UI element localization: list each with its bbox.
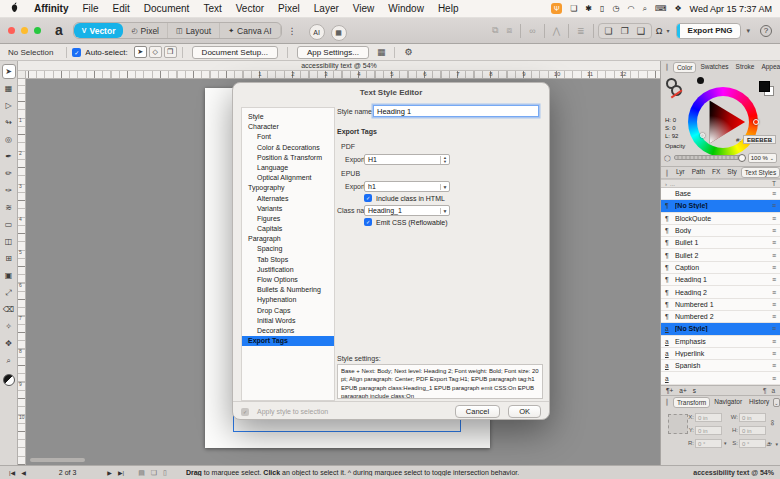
style-menu-icon[interactable]: ≡ bbox=[772, 227, 776, 234]
tab-lyr[interactable]: Lyr bbox=[673, 167, 688, 178]
new-paragraph-style-button[interactable]: ¶+ bbox=[666, 387, 673, 394]
style-menu-icon[interactable]: ≡ bbox=[772, 202, 776, 209]
ai-assistant-button[interactable]: AI bbox=[309, 24, 325, 40]
style-menu-icon[interactable]: ≡ bbox=[772, 239, 776, 246]
panel-grip-icon[interactable]: ❙ bbox=[664, 169, 670, 177]
tab-color[interactable]: Color bbox=[673, 62, 697, 73]
tab-sty[interactable]: Sty bbox=[724, 167, 739, 178]
export-png-button[interactable]: Export PNG bbox=[676, 23, 742, 39]
text-style-row-emphasis[interactable]: aEmphasis≡ bbox=[661, 336, 780, 348]
menu-text[interactable]: Text bbox=[196, 3, 228, 14]
menu-view[interactable]: View bbox=[346, 3, 382, 14]
vector-brush-tool[interactable]: ✑ bbox=[2, 183, 16, 198]
text-style-row-numbered-1[interactable]: ¶Numbered 1≡ bbox=[661, 299, 780, 311]
menu-window[interactable]: Window bbox=[381, 3, 431, 14]
dialog-section-justification[interactable]: Justification bbox=[242, 265, 334, 275]
update-character-style-button[interactable]: a bbox=[771, 387, 775, 394]
dialog-section-language[interactable]: Language bbox=[242, 163, 334, 173]
text-style-row-spanish[interactable]: aSpanish≡ bbox=[661, 360, 780, 372]
style-name-input[interactable]: Heading 1 bbox=[373, 105, 539, 117]
menu-layer[interactable]: Layer bbox=[307, 3, 346, 14]
emit-css-checkbox[interactable]: ✓ bbox=[364, 218, 372, 226]
text-styles-search[interactable]: › ... T bbox=[661, 179, 780, 188]
text-style-row-item[interactable]: a≡ bbox=[661, 372, 780, 384]
shade-handle[interactable] bbox=[700, 133, 705, 138]
text-style-row-no-style[interactable]: a[No Style]≡ bbox=[661, 323, 780, 335]
text-style-row-caption[interactable]: ¶Caption≡ bbox=[661, 262, 780, 274]
style-menu-icon[interactable]: ≡ bbox=[772, 252, 776, 259]
dialog-section-flow-options[interactable]: Flow Options bbox=[242, 275, 334, 285]
wifi-icon[interactable]: ◠ bbox=[627, 4, 634, 13]
chevron-down-icon[interactable]: ▾ bbox=[768, 440, 771, 446]
opacity-value-select[interactable]: 100 %⌄ bbox=[748, 153, 777, 163]
lasso-select-icon[interactable]: ◇ bbox=[149, 46, 162, 58]
dialog-section-drop-caps[interactable]: Drop Caps bbox=[242, 306, 334, 316]
dialog-section-figures[interactable]: Figures bbox=[242, 214, 334, 224]
duplicate-page-icon[interactable]: ❏ bbox=[151, 469, 157, 477]
preferences-gear-icon[interactable]: ⚙ bbox=[404, 47, 412, 57]
panel-menu-icon[interactable]: ⌄ bbox=[773, 398, 779, 407]
shapes-tool[interactable]: ◫ bbox=[2, 234, 16, 249]
chevron-down-icon[interactable]: ▼ bbox=[440, 208, 449, 214]
hue-handle[interactable] bbox=[753, 119, 759, 125]
user-switch-icon[interactable]: ❖ bbox=[674, 4, 681, 13]
place-image-tool[interactable]: ▣ bbox=[2, 268, 16, 283]
app-menu-icon[interactable]: ✱ bbox=[585, 4, 592, 13]
add-page-icon[interactable]: ▤ bbox=[138, 469, 145, 477]
microphone-indicator-icon[interactable]: Ψ bbox=[551, 3, 562, 14]
dialog-section-bullets-numbering[interactable]: Bullets & Numbering bbox=[242, 285, 334, 295]
menu-pixel[interactable]: Pixel bbox=[271, 3, 307, 14]
style-menu-icon[interactable]: ≡ bbox=[772, 313, 776, 320]
text-style-row-numbered-2[interactable]: ¶Numbered 2≡ bbox=[661, 311, 780, 323]
menu-file[interactable]: File bbox=[75, 3, 105, 14]
secondary-color-dot[interactable] bbox=[697, 77, 704, 84]
style-menu-icon[interactable]: ≡ bbox=[772, 362, 776, 369]
persona-canva-ai[interactable]: ✦Canva AI bbox=[220, 23, 280, 38]
vector-crop-tool[interactable]: ⤢ bbox=[2, 285, 16, 300]
document-tab[interactable]: accessibility text @ 54% bbox=[18, 61, 660, 71]
style-menu-icon[interactable]: ≡ bbox=[772, 276, 776, 283]
stepper-icon[interactable]: ▲▼ bbox=[440, 156, 449, 164]
pen-tool[interactable]: ✒ bbox=[2, 149, 16, 164]
color-swatch-pair[interactable] bbox=[759, 81, 774, 96]
menu-document[interactable]: Document bbox=[137, 3, 197, 14]
close-window-button[interactable] bbox=[8, 27, 15, 34]
text-style-row-heading-1[interactable]: ¶Heading 1≡ bbox=[661, 274, 780, 286]
opacity-reset-icon[interactable]: ◯ bbox=[664, 154, 671, 161]
dialog-section-hyphenation[interactable]: Hyphenation bbox=[242, 295, 334, 305]
resource-manager-button[interactable]: ▦ bbox=[331, 25, 347, 41]
pencil-tool[interactable]: ✏ bbox=[2, 166, 16, 181]
chevron-down-icon[interactable]: ▾ bbox=[775, 441, 778, 447]
delete-page-icon[interactable]: ▯ bbox=[163, 469, 167, 477]
transform-w-field[interactable]: 0 in bbox=[739, 413, 766, 422]
tab-history[interactable]: History bbox=[746, 397, 772, 408]
style-menu-icon[interactable]: ≡ bbox=[772, 215, 776, 222]
artboard-tool[interactable]: ▦ bbox=[2, 81, 16, 96]
text-style-row-blockquote[interactable]: ¶BlockQuote≡ bbox=[661, 213, 780, 225]
menu-edit[interactable]: Edit bbox=[106, 3, 137, 14]
style-menu-icon[interactable]: ≡ bbox=[772, 289, 776, 296]
insert-inside-icon[interactable]: ❐ bbox=[621, 26, 629, 36]
dialog-section-initial-words[interactable]: Initial Words bbox=[242, 316, 334, 326]
cancel-button[interactable]: Cancel bbox=[455, 405, 500, 418]
include-class-checkbox[interactable]: ✓ bbox=[364, 194, 372, 202]
menu-clock[interactable]: Wed Apr 15 7:37 AM bbox=[690, 4, 772, 14]
dialog-section-variants[interactable]: Variants bbox=[242, 204, 334, 214]
dialog-section-position-transform[interactable]: Position & Transform bbox=[242, 153, 334, 163]
tab-appearance[interactable]: Appearance bbox=[758, 62, 780, 73]
menu-affinity[interactable]: Affinity bbox=[27, 3, 75, 14]
tab-stroke[interactable]: Stroke bbox=[733, 62, 758, 73]
tab-fx[interactable]: FX bbox=[709, 167, 723, 178]
snapping-caret-icon[interactable]: ▾ bbox=[667, 27, 670, 34]
dialog-section-export-tags[interactable]: Export Tags bbox=[242, 336, 334, 346]
style-menu-icon[interactable]: ≡ bbox=[772, 190, 776, 197]
video-camera-icon[interactable]: ❏ bbox=[570, 4, 577, 13]
ok-button[interactable]: OK bbox=[508, 405, 541, 418]
style-menu-icon[interactable]: ≡ bbox=[772, 350, 776, 357]
persona-pixel[interactable]: ◴Pixel bbox=[123, 23, 168, 38]
style-menu-icon[interactable]: ≡ bbox=[772, 338, 776, 345]
transform-r-field[interactable]: 0 ° bbox=[695, 439, 722, 448]
menu-help[interactable]: Help bbox=[431, 3, 466, 14]
dialog-section-character[interactable]: Character bbox=[242, 122, 334, 132]
grid-options-icon[interactable]: ▦ bbox=[377, 47, 386, 57]
